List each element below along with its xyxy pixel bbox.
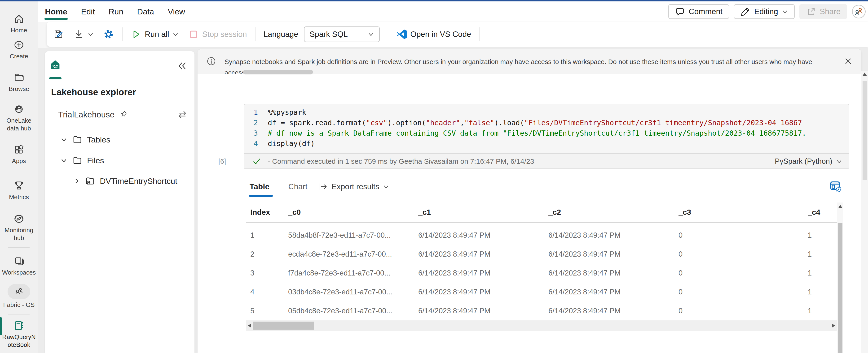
pin-icon[interactable] bbox=[119, 110, 128, 119]
notebook-vertical-scrollbar[interactable] bbox=[861, 71, 868, 353]
toolbar-divider bbox=[479, 27, 479, 41]
table-row[interactable]: 403db4c8e-72e3-ed11-a7c7-00...6/14/2023 … bbox=[246, 283, 837, 302]
scroll-left-arrow[interactable] bbox=[248, 323, 251, 328]
chevron-down-icon[interactable] bbox=[61, 136, 67, 143]
table-cell: 6/14/2023 8:49:47 PM bbox=[548, 307, 679, 315]
table-cell: f7da4c8e-72e3-ed11-a7c7-00... bbox=[288, 269, 418, 277]
sidebar-item-rawquery-notebook[interactable]: RawQueryNoteBook bbox=[0, 320, 38, 349]
onelake-icon bbox=[13, 104, 25, 115]
export-results-button[interactable]: Export results bbox=[318, 182, 389, 191]
sidebar-label: Browse bbox=[0, 85, 38, 93]
menu-tab-view[interactable]: View bbox=[168, 1, 185, 22]
table-cell: 58da4b8f-72e3-ed11-a7c7-00... bbox=[288, 231, 418, 240]
menu-tab-run[interactable]: Run bbox=[108, 1, 123, 22]
table-row[interactable]: 505db4c8e-72e3-ed11-a7c7-00...6/14/2023 … bbox=[246, 302, 837, 320]
menu-tab-data[interactable]: Data bbox=[137, 1, 154, 22]
run-play-icon bbox=[131, 29, 142, 40]
code-editor[interactable]: 1%%pyspark2df = spark.read.format("csv")… bbox=[244, 104, 849, 154]
table-cell: 6/14/2023 8:49:47 PM bbox=[418, 250, 548, 258]
collapse-panel-icon[interactable] bbox=[177, 61, 187, 71]
share-button[interactable]: Share bbox=[799, 4, 847, 19]
tree-item-dvtimeentryshortcut[interactable]: DVTimeEntryShortcut bbox=[73, 174, 178, 188]
toolbar-divider bbox=[388, 27, 388, 41]
switch-lakehouse-icon[interactable] bbox=[178, 110, 187, 119]
tab-chart[interactable]: Chart bbox=[288, 182, 308, 191]
vscode-icon bbox=[396, 29, 407, 40]
notebook-canvas: Synapse notebooks and Spark job definiti… bbox=[197, 49, 861, 353]
kernel-selector[interactable]: PySpark (Python) bbox=[768, 154, 849, 169]
comment-button[interactable]: Comment bbox=[668, 4, 729, 19]
tree-item-tables[interactable]: Tables bbox=[61, 133, 110, 146]
column-header[interactable]: _c3 bbox=[679, 208, 808, 217]
table-options-icon[interactable] bbox=[829, 180, 842, 192]
table-row[interactable]: 2ecda4c8e-72e3-ed11-a7c7-00...6/14/2023 … bbox=[246, 245, 837, 264]
download-button[interactable] bbox=[73, 29, 94, 40]
settings-button[interactable] bbox=[103, 29, 114, 40]
column-header[interactable]: _c4 bbox=[808, 208, 837, 217]
rail-divider bbox=[8, 247, 30, 248]
table-cell: 6/14/2023 8:49:47 PM bbox=[548, 288, 679, 296]
code-segment: display(df) bbox=[268, 139, 315, 148]
scroll-right-arrow[interactable] bbox=[832, 323, 835, 328]
horizontal-scroll-thumb[interactable] bbox=[253, 322, 314, 329]
code-text: display(df) bbox=[268, 139, 315, 148]
menu-tab-home[interactable]: Home bbox=[45, 1, 67, 22]
lakehouse-icon[interactable] bbox=[50, 59, 61, 70]
sidebar-item-workspaces[interactable]: Workspaces bbox=[0, 255, 38, 277]
save-button[interactable] bbox=[53, 29, 64, 40]
table-header-row: Index_c0_c1_c2_c3_c4 bbox=[246, 203, 837, 222]
vertical-scroll-thumb[interactable] bbox=[863, 81, 867, 180]
banner-scroll-thumb[interactable] bbox=[243, 70, 313, 74]
tab-table[interactable]: Table bbox=[250, 182, 270, 191]
active-tab-indicator bbox=[249, 195, 273, 197]
table-cell: 5 bbox=[250, 307, 288, 315]
column-header[interactable]: Index bbox=[250, 208, 288, 217]
lakehouse-row[interactable]: TrialLakehouse bbox=[58, 109, 187, 120]
results-table: Index_c0_c1_c2_c3_c4 158da4b8f-72e3-ed11… bbox=[246, 203, 837, 320]
stop-session-button[interactable]: Stop session bbox=[188, 29, 247, 40]
sidebar-item-create[interactable]: Create bbox=[0, 39, 38, 60]
table-row[interactable]: 3f7da4c8e-72e3-ed11-a7c7-00...6/14/2023 … bbox=[246, 264, 837, 283]
tree-item-label: Tables bbox=[87, 135, 110, 144]
table-cell: 3 bbox=[250, 269, 288, 277]
sidebar-item-apps[interactable]: Apps bbox=[0, 144, 38, 165]
people-group-icon bbox=[14, 286, 24, 297]
column-header[interactable]: _c2 bbox=[548, 208, 679, 217]
line-number: 4 bbox=[244, 139, 258, 148]
sidebar-item-onelake-data-hub[interactable]: OneLake data hub bbox=[0, 104, 38, 132]
metrics-trophy-icon bbox=[13, 180, 25, 191]
scroll-up-arrow[interactable] bbox=[838, 205, 842, 208]
editing-mode-button[interactable]: Editing bbox=[734, 4, 795, 19]
open-vscode-label: Open in VS Code bbox=[410, 30, 471, 39]
tree-item-files[interactable]: Files bbox=[61, 154, 104, 167]
sidebar-item-browse[interactable]: Browse bbox=[0, 72, 38, 93]
pencil-icon bbox=[741, 7, 750, 16]
export-icon bbox=[318, 182, 328, 191]
open-in-vscode-button[interactable]: Open in VS Code bbox=[396, 29, 471, 40]
info-icon bbox=[206, 56, 216, 66]
chevron-right-icon[interactable] bbox=[73, 178, 80, 184]
lakehouse-explorer-panel: Lakehouse explorer TrialLakehouse Tables… bbox=[45, 51, 194, 353]
line-number: 1 bbox=[244, 108, 258, 116]
menu-tab-edit[interactable]: Edit bbox=[81, 1, 95, 22]
close-icon[interactable] bbox=[843, 57, 853, 66]
sidebar-item-home[interactable]: Home bbox=[0, 13, 38, 34]
table-horizontal-scrollbar[interactable] bbox=[246, 320, 837, 331]
table-cell: 6/14/2023 8:49:47 PM bbox=[418, 307, 548, 315]
scroll-up-arrow[interactable] bbox=[863, 73, 867, 76]
fabric-notebook-app: Home Create Browse OneLake data hub Apps… bbox=[0, 0, 868, 353]
table-row[interactable]: 158da4b8f-72e3-ed11-a7c7-00...6/14/2023 … bbox=[246, 226, 837, 245]
sidebar-item-metrics[interactable]: Metrics bbox=[0, 180, 38, 201]
table-vertical-scrollbar[interactable] bbox=[837, 203, 843, 353]
chevron-down-icon bbox=[368, 31, 374, 37]
column-header[interactable]: _c0 bbox=[288, 208, 418, 217]
account-avatar[interactable] bbox=[852, 5, 866, 19]
cell-execution-count: [6] bbox=[218, 157, 226, 165]
chevron-down-icon[interactable] bbox=[61, 157, 67, 164]
sidebar-item-fabric-gs[interactable]: Fabric - GS bbox=[0, 284, 38, 309]
column-header[interactable]: _c1 bbox=[418, 208, 548, 217]
language-select[interactable]: Spark SQL bbox=[304, 27, 380, 42]
sidebar-item-monitoring-hub[interactable]: Monitoring hub bbox=[0, 213, 38, 242]
vertical-scroll-thumb[interactable] bbox=[838, 223, 842, 353]
run-all-button[interactable]: Run all bbox=[131, 29, 179, 40]
